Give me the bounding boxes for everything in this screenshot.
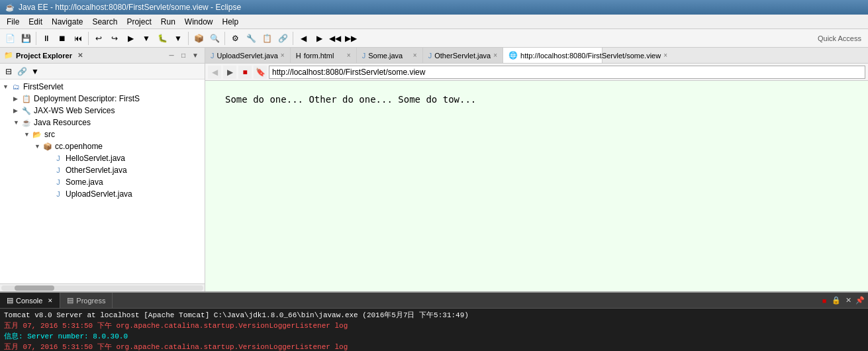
browser-content: Some do one... Other do one... Some do t… [205,81,868,291]
tree-item-deployment[interactable]: ▶ 📋 Deployment Descriptor: FirstS [0,93,205,105]
toolbar-btn-6[interactable]: ↩ [91,31,106,46]
hscroll-track[interactable] [1,285,203,291]
progress-tab[interactable]: ▤ Progress [60,293,113,308]
toolbar-btn-9[interactable]: 🐛 [155,31,169,46]
some-java-icon: J [53,177,64,187]
menu-search[interactable]: Search [88,16,121,28]
toolbar-btn-17[interactable]: ▶ [312,31,326,46]
tree-arrow-deployment[interactable]: ▶ [13,95,21,102]
console-pin-btn[interactable]: 📌 [855,295,865,306]
tab-label-formhtml: form.html [304,52,334,60]
console-clear-btn[interactable]: ✕ [843,295,853,306]
sidebar-minimize-btn[interactable]: ─ [166,50,177,61]
toolbar-btn-13[interactable]: 🔧 [244,31,258,46]
menu-edit[interactable]: Edit [24,16,46,28]
console-tab[interactable]: ▤ Console ✕ [0,293,60,308]
console-tab-icon: ▤ [7,296,13,305]
menu-window[interactable]: Window [181,16,217,28]
toolbar-btn-16[interactable]: ◀ [296,31,311,46]
console-stop-btn[interactable]: ■ [819,295,830,306]
tree-item-uploadservlet[interactable]: J UploadServlet.java [0,188,205,200]
toolbar-btn-11[interactable]: 🔍 [207,31,222,46]
menu-run[interactable]: Run [157,16,179,28]
menu-navigate[interactable]: Navigate [48,16,87,28]
sidebar-link-editor-btn[interactable]: 🔗 [16,66,28,77]
back-button[interactable]: ◀ [208,66,221,79]
tree-item-otherservlet[interactable]: J OtherServlet.java [0,164,205,176]
toolbar-btn-7[interactable]: ↪ [107,31,122,46]
tab-close-somejava[interactable]: × [413,52,417,59]
toolbar-btn-10[interactable]: 📦 [191,31,206,46]
toolbar-btn-run-dropdown[interactable]: ▼ [139,31,154,46]
title-bar: ☕ Java EE - http://localhost:8080/FirstS… [0,0,868,15]
sidebar-collapse-btn[interactable]: ⊟ [3,66,15,77]
tab-uploadservlet[interactable]: J UploadServlet.java × [205,48,291,63]
menu-project[interactable]: Project [122,16,155,28]
uploadservlet-icon: J [53,189,64,199]
sidebar-title-icon: 📁 [4,51,13,60]
menu-file[interactable]: File [3,16,23,28]
tree-arrow-firstservlet[interactable]: ▼ [3,83,11,90]
sidebar-scrollbar[interactable] [0,283,205,291]
stop-button[interactable]: ■ [238,66,252,79]
console-header-line: Tomcat v8.0 Server at localhost [Apache … [4,310,864,321]
toolbar-btn-18[interactable]: ◀◀ [328,31,342,46]
sidebar-close-icon[interactable]: ✕ [77,52,83,59]
sidebar-header: 📁 Project Explorer ✕ ─ □ ▼ [0,48,205,64]
toolbar-btn-14[interactable]: 📋 [260,31,274,46]
tree-item-package[interactable]: ▼ 📦 cc.openhome [0,140,205,152]
editor-area: J UploadServlet.java × H form.html × J S… [205,48,868,291]
refresh-button[interactable]: 🔖 [254,66,267,79]
toolbar-btn-15[interactable]: 🔗 [275,31,290,46]
tab-icon-somejava: J [362,52,366,60]
sidebar-tree: ▼ 🗂 FirstServlet ▶ 📋 Deployment Descript… [0,79,205,283]
tree-arrow-jaxws[interactable]: ▶ [13,107,21,114]
sidebar-view-menu-btn[interactable]: ▼ [29,66,41,77]
tab-close-formhtml[interactable]: × [347,52,351,59]
tree-arrow-package[interactable]: ▼ [34,143,42,150]
sidebar-maximize-btn[interactable]: □ [178,50,189,61]
sidebar-header-actions: ─ □ ▼ [166,50,201,61]
tree-arrow-src[interactable]: ▼ [24,131,32,138]
toolbar-btn-3[interactable]: ⏸ [39,31,54,46]
tree-item-jaxws[interactable]: ▶ 🔧 JAX-WS Web Services [0,105,205,117]
src-icon: 📂 [32,129,42,140]
toolbar-btn-8[interactable]: ▶ [123,31,138,46]
tree-item-src[interactable]: ▼ 📂 src [0,128,205,140]
toolbar-btn-12[interactable]: ⚙ [228,31,242,46]
tree-item-some-java[interactable]: J Some.java [0,176,205,188]
forward-button[interactable]: ▶ [223,66,236,79]
deployment-icon: 📋 [21,93,32,104]
tab-otherservlet[interactable]: J OtherServlet.java × [423,48,503,63]
console-tab-label: Console [16,297,42,305]
tab-formhtml[interactable]: H form.html × [291,48,357,63]
tab-browser[interactable]: 🌐 http://localhost:8080/FirstServlet/som… [503,48,603,64]
toolbar-btn-debug-dropdown[interactable]: ▼ [171,31,185,46]
sidebar-menu-btn[interactable]: ▼ [190,50,201,61]
toolbar-btn-2[interactable]: 💾 [19,31,33,46]
tree-item-helloservlet[interactable]: J HelloServlet.java [0,152,205,164]
tab-somejava[interactable]: J Some.java × [357,48,423,63]
new-button[interactable]: 📄 [3,31,17,46]
progress-tab-label: Progress [76,297,105,305]
sidebar-title-area: 📁 Project Explorer ✕ [4,51,83,60]
tree-item-firstservlet[interactable]: ▼ 🗂 FirstServlet [0,81,205,93]
url-input[interactable]: http://localhost:8080/FirstServlet/some.… [269,66,865,79]
toolbar-btn-5[interactable]: ⏮ [71,31,85,46]
toolbar-btn-19[interactable]: ▶▶ [344,31,358,46]
console-scroll-lock-btn[interactable]: 🔒 [831,295,842,306]
toolbar-sep-4 [224,32,225,45]
tab-close-uploadservlet[interactable]: × [281,52,285,59]
quick-access-area: Quick Access [814,33,865,44]
tab-close-browser[interactable]: × [663,52,667,59]
bottom-panel: ▤ Console ✕ ▤ Progress ■ 🔒 ✕ 📌 Tomcat v8… [0,291,868,351]
menu-help[interactable]: Help [218,16,243,28]
toolbar-btn-4[interactable]: ⏹ [55,31,70,46]
tree-arrow-java-resources[interactable]: ▼ [13,119,21,126]
tree-item-java-resources[interactable]: ▼ ☕ Java Resources [0,117,205,128]
tab-close-otherservlet[interactable]: × [493,52,497,59]
console-line-2: 五月 07, 2016 5:31:50 下午 org.apache.catali… [4,342,864,351]
title-text: Java EE - http://localhost:8080/FirstSer… [19,3,241,12]
hscroll-thumb[interactable] [15,285,54,291]
console-close-icon[interactable]: ✕ [48,297,53,304]
